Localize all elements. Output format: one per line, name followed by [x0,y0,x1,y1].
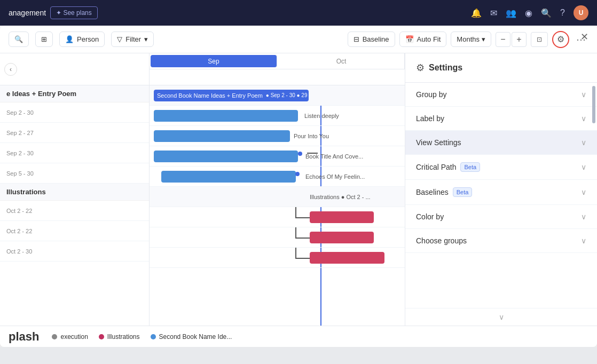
settings-header: ⚙ Settings [405,53,597,83]
label-by-label: Label by [416,114,444,123]
task-date-range: Sep 5 - 30 [6,170,34,177]
gantt-bar: Second Book Name Ideas + Entry Poem ● Se… [154,90,309,101]
table-icon: ⊞ [41,35,47,43]
gantt-dialog: ✕ 🔍 ⊞ 👤 Person ▽ Filter [0,26,597,347]
app-container: anagement ✦ See plans 🔔 ✉ 👥 ◉ 🔍 ? U ✕ 🔍 [0,0,597,347]
baseline-button[interactable]: ⊟ Baseline [348,31,395,47]
milestone-marker [298,152,302,156]
zoom-out-button[interactable]: − [496,32,510,47]
settings-item-view-settings[interactable]: View Settings ∨ [405,131,597,155]
color-by-label: Color by [416,212,444,221]
view-settings-label: View Settings [416,138,461,147]
avatar[interactable]: U [574,5,588,20]
beta-badge-critical: Beta [460,162,480,172]
legend-item-illustrations: Illustrations [99,333,140,341]
message-icon[interactable]: ✉ [490,8,497,18]
top-nav-left: anagement ✦ See plans [9,6,98,19]
beta-badge-baselines: Beta [453,187,473,197]
apps-icon[interactable]: ◉ [525,8,532,18]
legend-bar: plash execution Illustrations Second Boo… [0,326,597,347]
gantt-bar [310,252,384,264]
settings-scroll-area[interactable]: Group by ∨ Label by ∨ View Settings ∨ [405,83,597,308]
search-button[interactable]: 🔍 [9,31,29,47]
table-row: Sep 2 - 30 [0,102,149,123]
auto-fit-button[interactable]: 📅 Auto Fit [399,31,447,47]
task-group-header: e Ideas + Entry Poem [0,85,149,102]
filter-button[interactable]: ▽ Filter ▾ [111,31,154,47]
connector-line [295,258,310,259]
month-header: Sep Oct [150,53,405,69]
settings-item-group-by[interactable]: Group by ∨ [405,83,597,107]
chart-header-days [150,69,405,85]
task-rows: e Ideas + Entry Poem Sep 2 - 30 Sep 2 - … [0,85,149,262]
task-label: Pour Into You [294,133,329,139]
critical-path-label: Critical Path Beta [416,162,480,172]
notification-icon[interactable]: 🔔 [471,8,482,18]
gantt-task-row [150,227,405,248]
gantt-bar [154,110,298,122]
scroll-down-indicator: ∨ [405,308,597,326]
settings-item-baselines[interactable]: Baselines Beta ∨ [405,180,597,205]
chevron-down-icon: ▾ [482,35,485,43]
table-row: Oct 2 - 22 [0,201,149,221]
milestone-marker [295,172,300,176]
table-row: Sep 2 - 30 [0,143,149,163]
toolbar-left: 🔍 ⊞ 👤 Person ▽ Filter ▾ [9,31,341,47]
month-sep: Sep [151,55,277,67]
gantt-bar [310,232,374,243]
baselines-label: Baselines Beta [416,187,472,197]
legend-dot-second-book [151,334,156,339]
settings-item-critical-path[interactable]: Critical Path Beta ∨ [405,155,597,180]
group-header-label: Illustrations [6,188,46,196]
collapse-button[interactable]: ‹ [4,63,17,76]
table-row: Sep 2 - 27 [0,123,149,143]
legend-item-execution: execution [52,333,88,341]
chevron-down-icon: ∨ [581,138,586,147]
person-icon: 👤 [65,35,74,43]
people-icon[interactable]: 👥 [506,8,516,18]
app-title: anagement [9,9,46,17]
legend-dot-execution [52,334,57,339]
legend-dot-illustrations [99,334,104,339]
zoom-in-button[interactable]: + [512,32,527,47]
zoom-controls: − + [496,32,527,47]
table-row: Sep 5 - 30 [0,163,149,184]
task-date-range: Sep 2 - 27 [6,130,34,136]
branding-text: plash [9,330,39,344]
toolbar-right: ⊟ Baseline 📅 Auto Fit Months ▾ − + [348,31,588,48]
connector-line [295,227,296,238]
bar-date: ● Sep 2 - 30 ● 29 days [266,92,309,98]
fit-button[interactable]: ⊡ [531,32,548,47]
settings-button[interactable]: ⚙ [552,31,569,48]
filter-icon: ▽ [117,35,122,43]
dialog-close-button[interactable]: ✕ [580,32,588,42]
gantt-task-row: Book Title And Cove... [150,146,405,167]
chevron-down-icon: ∨ [581,236,586,245]
chart-header: Sep Oct [150,53,405,85]
chevron-down-icon: ∨ [581,90,586,99]
chevron-down-icon: ∨ [581,212,586,221]
search-icon[interactable]: 🔍 [541,8,552,18]
task-list-header: ‹ [0,53,149,85]
group-by-label: Group by [416,90,447,99]
settings-gear-icon: ⚙ [416,62,425,74]
gantt-bar [154,130,290,142]
settings-item-color-by[interactable]: Color by ∨ [405,205,597,229]
task-date-range: Oct 2 - 30 [6,248,32,255]
table-row: Oct 2 - 22 [0,221,149,241]
month-oct: Oct [278,53,405,69]
settings-item-label-by[interactable]: Label by ∨ [405,107,597,131]
see-plans-button[interactable]: ✦ See plans [50,6,98,19]
table-view-button[interactable]: ⊞ [35,31,53,47]
gantt-bar [310,211,374,223]
help-icon[interactable]: ? [560,8,565,18]
task-group-header: Illustrations [0,184,149,201]
legend-item-second-book: Second Book Name Ide... [151,333,232,341]
settings-item-choose-groups[interactable]: Choose groups ∨ [405,229,597,253]
months-dropdown[interactable]: Months ▾ [451,31,491,47]
settings-title: Settings [429,63,462,73]
search-icon: 🔍 [14,35,23,43]
choose-groups-label: Choose groups [416,236,467,245]
person-button[interactable]: 👤 Person [59,31,105,47]
task-date-range: Sep 2 - 30 [6,109,34,116]
